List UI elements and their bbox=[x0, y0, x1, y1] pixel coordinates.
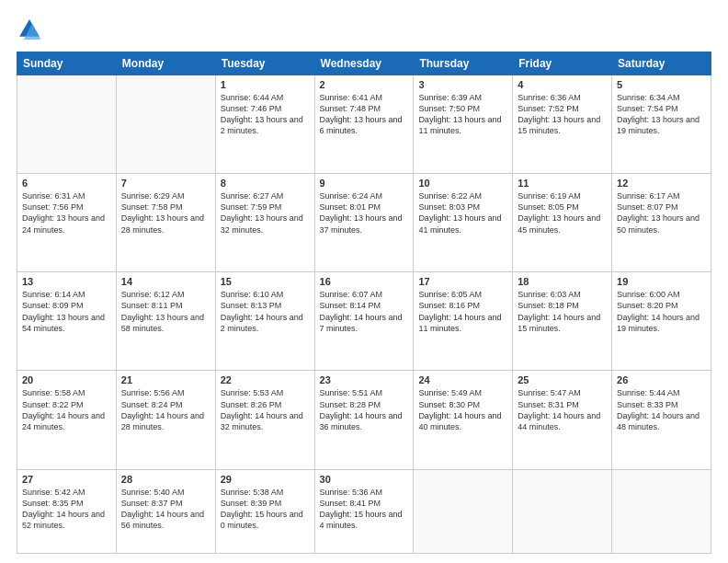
weekday-header-thursday: Thursday bbox=[414, 52, 513, 75]
day-number: 9 bbox=[320, 178, 409, 189]
calendar-cell: 20Sunrise: 5:58 AM Sunset: 8:22 PM Dayli… bbox=[17, 371, 117, 469]
day-number: 2 bbox=[320, 79, 409, 90]
calendar-cell bbox=[513, 469, 612, 553]
weekday-header-saturday: Saturday bbox=[612, 52, 711, 75]
day-number: 24 bbox=[418, 374, 507, 385]
weekday-header-tuesday: Tuesday bbox=[215, 52, 314, 75]
calendar-cell bbox=[612, 469, 711, 553]
page: SundayMondayTuesdayWednesdayThursdayFrid… bbox=[0, 0, 728, 563]
day-number: 19 bbox=[617, 276, 706, 287]
day-info: Sunrise: 6:10 AM Sunset: 8:13 PM Dayligh… bbox=[221, 289, 310, 334]
calendar-cell: 3Sunrise: 6:39 AM Sunset: 7:50 PM Daylig… bbox=[414, 75, 513, 174]
day-info: Sunrise: 6:24 AM Sunset: 8:01 PM Dayligh… bbox=[320, 190, 409, 236]
day-info: Sunrise: 6:29 AM Sunset: 7:58 PM Dayligh… bbox=[121, 190, 210, 236]
calendar-week-3: 13Sunrise: 6:14 AM Sunset: 8:09 PM Dayli… bbox=[17, 272, 711, 371]
calendar-week-5: 27Sunrise: 5:42 AM Sunset: 8:35 PM Dayli… bbox=[17, 469, 711, 553]
day-number: 20 bbox=[22, 374, 111, 385]
calendar-cell: 14Sunrise: 6:12 AM Sunset: 8:11 PM Dayli… bbox=[116, 272, 215, 371]
weekday-row: SundayMondayTuesdayWednesdayThursdayFrid… bbox=[17, 52, 711, 75]
day-info: Sunrise: 5:44 AM Sunset: 8:33 PM Dayligh… bbox=[617, 387, 706, 432]
day-info: Sunrise: 6:34 AM Sunset: 7:54 PM Dayligh… bbox=[617, 92, 706, 137]
day-info: Sunrise: 6:14 AM Sunset: 8:09 PM Dayligh… bbox=[22, 289, 111, 334]
day-number: 15 bbox=[221, 276, 310, 287]
day-info: Sunrise: 6:27 AM Sunset: 7:59 PM Dayligh… bbox=[221, 190, 310, 236]
calendar-cell: 13Sunrise: 6:14 AM Sunset: 8:09 PM Dayli… bbox=[17, 272, 117, 371]
day-info: Sunrise: 6:07 AM Sunset: 8:14 PM Dayligh… bbox=[320, 289, 409, 334]
calendar-cell: 8Sunrise: 6:27 AM Sunset: 7:59 PM Daylig… bbox=[215, 174, 314, 272]
day-number: 26 bbox=[617, 374, 706, 385]
day-number: 7 bbox=[121, 178, 210, 189]
day-number: 10 bbox=[418, 178, 507, 189]
weekday-header-friday: Friday bbox=[513, 52, 612, 75]
calendar-cell bbox=[17, 75, 117, 174]
calendar-header: SundayMondayTuesdayWednesdayThursdayFrid… bbox=[17, 52, 711, 75]
header bbox=[17, 17, 711, 42]
calendar-cell: 22Sunrise: 5:53 AM Sunset: 8:26 PM Dayli… bbox=[215, 371, 314, 469]
day-number: 3 bbox=[418, 79, 507, 90]
day-info: Sunrise: 6:05 AM Sunset: 8:16 PM Dayligh… bbox=[418, 289, 507, 334]
day-number: 29 bbox=[221, 474, 310, 485]
day-number: 8 bbox=[221, 178, 310, 189]
day-info: Sunrise: 5:53 AM Sunset: 8:26 PM Dayligh… bbox=[221, 387, 310, 432]
day-info: Sunrise: 6:22 AM Sunset: 8:03 PM Dayligh… bbox=[418, 190, 507, 236]
day-info: Sunrise: 6:17 AM Sunset: 8:07 PM Dayligh… bbox=[617, 190, 706, 236]
calendar-cell: 11Sunrise: 6:19 AM Sunset: 8:05 PM Dayli… bbox=[513, 174, 612, 272]
calendar-cell: 1Sunrise: 6:44 AM Sunset: 7:46 PM Daylig… bbox=[215, 75, 314, 174]
day-number: 21 bbox=[121, 374, 210, 385]
day-info: Sunrise: 5:40 AM Sunset: 8:37 PM Dayligh… bbox=[121, 487, 210, 532]
calendar-cell: 23Sunrise: 5:51 AM Sunset: 8:28 PM Dayli… bbox=[314, 371, 414, 469]
calendar-cell: 6Sunrise: 6:31 AM Sunset: 7:56 PM Daylig… bbox=[17, 174, 117, 272]
weekday-header-sunday: Sunday bbox=[17, 52, 117, 75]
calendar-body: 1Sunrise: 6:44 AM Sunset: 7:46 PM Daylig… bbox=[17, 75, 711, 554]
day-info: Sunrise: 6:31 AM Sunset: 7:56 PM Dayligh… bbox=[22, 190, 111, 236]
calendar-table: SundayMondayTuesdayWednesdayThursdayFrid… bbox=[17, 52, 711, 554]
calendar-week-4: 20Sunrise: 5:58 AM Sunset: 8:22 PM Dayli… bbox=[17, 371, 711, 469]
calendar-week-2: 6Sunrise: 6:31 AM Sunset: 7:56 PM Daylig… bbox=[17, 174, 711, 272]
day-info: Sunrise: 5:51 AM Sunset: 8:28 PM Dayligh… bbox=[320, 387, 409, 432]
calendar-cell: 4Sunrise: 6:36 AM Sunset: 7:52 PM Daylig… bbox=[513, 75, 612, 174]
weekday-header-monday: Monday bbox=[116, 52, 215, 75]
calendar-cell: 12Sunrise: 6:17 AM Sunset: 8:07 PM Dayli… bbox=[612, 174, 711, 272]
calendar-cell: 15Sunrise: 6:10 AM Sunset: 8:13 PM Dayli… bbox=[215, 272, 314, 371]
calendar-week-1: 1Sunrise: 6:44 AM Sunset: 7:46 PM Daylig… bbox=[17, 75, 711, 174]
calendar-cell: 19Sunrise: 6:00 AM Sunset: 8:20 PM Dayli… bbox=[612, 272, 711, 371]
day-number: 4 bbox=[518, 79, 607, 90]
day-number: 22 bbox=[221, 374, 310, 385]
calendar-cell: 27Sunrise: 5:42 AM Sunset: 8:35 PM Dayli… bbox=[17, 469, 117, 553]
day-number: 18 bbox=[518, 276, 607, 287]
calendar-cell: 10Sunrise: 6:22 AM Sunset: 8:03 PM Dayli… bbox=[414, 174, 513, 272]
calendar-cell: 29Sunrise: 5:38 AM Sunset: 8:39 PM Dayli… bbox=[215, 469, 314, 553]
day-number: 5 bbox=[617, 79, 706, 90]
calendar-cell: 28Sunrise: 5:40 AM Sunset: 8:37 PM Dayli… bbox=[116, 469, 215, 553]
day-info: Sunrise: 6:12 AM Sunset: 8:11 PM Dayligh… bbox=[121, 289, 210, 334]
day-info: Sunrise: 6:41 AM Sunset: 7:48 PM Dayligh… bbox=[320, 92, 409, 137]
calendar-cell: 30Sunrise: 5:36 AM Sunset: 8:41 PM Dayli… bbox=[314, 469, 414, 553]
day-info: Sunrise: 6:00 AM Sunset: 8:20 PM Dayligh… bbox=[617, 289, 706, 334]
logo bbox=[17, 17, 46, 42]
calendar-cell: 9Sunrise: 6:24 AM Sunset: 8:01 PM Daylig… bbox=[314, 174, 414, 272]
day-info: Sunrise: 5:42 AM Sunset: 8:35 PM Dayligh… bbox=[22, 487, 111, 532]
calendar-cell bbox=[116, 75, 215, 174]
calendar-cell: 17Sunrise: 6:05 AM Sunset: 8:16 PM Dayli… bbox=[414, 272, 513, 371]
day-number: 17 bbox=[418, 276, 507, 287]
day-number: 13 bbox=[22, 276, 111, 287]
day-number: 11 bbox=[518, 178, 607, 189]
day-info: Sunrise: 5:47 AM Sunset: 8:31 PM Dayligh… bbox=[518, 387, 607, 432]
day-number: 16 bbox=[320, 276, 409, 287]
day-info: Sunrise: 6:44 AM Sunset: 7:46 PM Dayligh… bbox=[221, 92, 310, 137]
day-info: Sunrise: 5:38 AM Sunset: 8:39 PM Dayligh… bbox=[221, 487, 310, 532]
day-number: 1 bbox=[221, 79, 310, 90]
day-number: 25 bbox=[518, 374, 607, 385]
day-info: Sunrise: 5:36 AM Sunset: 8:41 PM Dayligh… bbox=[320, 487, 409, 532]
logo-icon bbox=[17, 17, 42, 42]
day-info: Sunrise: 6:39 AM Sunset: 7:50 PM Dayligh… bbox=[418, 92, 507, 137]
calendar-cell: 21Sunrise: 5:56 AM Sunset: 8:24 PM Dayli… bbox=[116, 371, 215, 469]
day-number: 30 bbox=[320, 474, 409, 485]
calendar-cell: 18Sunrise: 6:03 AM Sunset: 8:18 PM Dayli… bbox=[513, 272, 612, 371]
day-info: Sunrise: 6:19 AM Sunset: 8:05 PM Dayligh… bbox=[518, 190, 607, 236]
day-info: Sunrise: 6:36 AM Sunset: 7:52 PM Dayligh… bbox=[518, 92, 607, 137]
day-info: Sunrise: 5:56 AM Sunset: 8:24 PM Dayligh… bbox=[121, 387, 210, 432]
calendar-cell: 5Sunrise: 6:34 AM Sunset: 7:54 PM Daylig… bbox=[612, 75, 711, 174]
weekday-header-wednesday: Wednesday bbox=[314, 52, 414, 75]
day-number: 14 bbox=[121, 276, 210, 287]
